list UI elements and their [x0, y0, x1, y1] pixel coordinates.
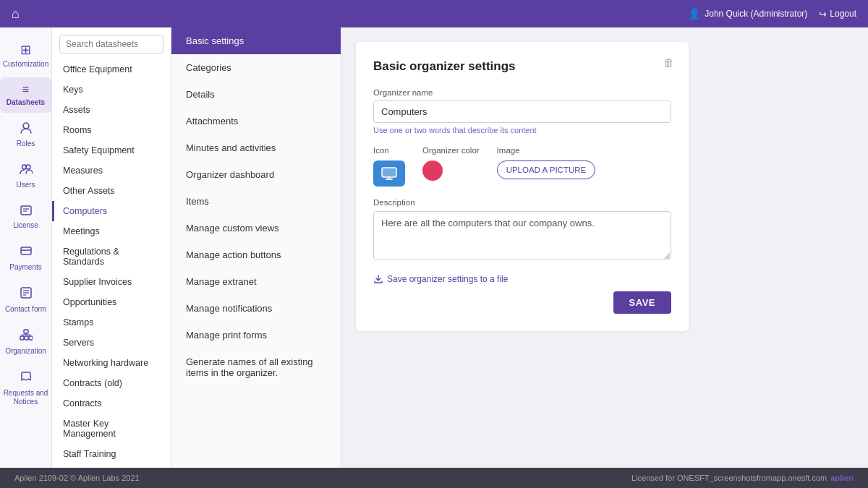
svg-rect-13 — [20, 336, 24, 340]
datasheet-item[interactable]: Other Assets — [52, 181, 171, 201]
settings-menu-item-notifications[interactable]: Manage notifications — [171, 295, 341, 322]
datasheet-item[interactable]: Contracts (old) — [52, 373, 171, 393]
delete-icon[interactable]: 🗑 — [663, 56, 674, 69]
settings-menu-item-details[interactable]: Details — [171, 81, 341, 108]
datasheet-item[interactable]: Networking hardware — [52, 353, 171, 373]
sidebar-item-label-organization: Organization — [5, 347, 46, 356]
description-group: Description — [373, 198, 671, 262]
sidebar-item-roles[interactable]: Roles — [0, 116, 51, 154]
datasheet-item[interactable]: Opportunities — [52, 292, 171, 312]
svg-rect-20 — [382, 168, 396, 177]
datasheet-item[interactable]: Measures — [52, 160, 171, 181]
footer-brand: Licensed for ONESFT_screenshotsfromapp.o… — [631, 474, 854, 482]
sidebar: ⊞ Customization ≡ Datasheets Roles Users… — [0, 27, 52, 468]
sidebar-item-users[interactable]: Users — [0, 157, 51, 195]
datasheet-item[interactable]: Supplier Invoices — [52, 272, 171, 292]
organizer-name-input[interactable] — [373, 100, 671, 123]
description-textarea[interactable] — [373, 211, 671, 260]
settings-menu-item-basic[interactable]: Basic settings — [171, 27, 341, 54]
save-to-file-link[interactable]: Save organizer settings to a file — [373, 274, 671, 284]
datasheets-panel: Office EquipmentKeysAssetsRoomsSafety Eq… — [52, 27, 171, 468]
icon-box[interactable] — [373, 160, 405, 187]
icon-label: Icon — [373, 146, 405, 155]
settings-menu-item-minutes[interactable]: Minutes and activities — [171, 134, 341, 161]
settings-menu-item-dashboard[interactable]: Organizer dashboard — [171, 161, 341, 188]
sidebar-item-organization[interactable]: Organization — [0, 322, 51, 361]
organizer-name-label: Organizer name — [373, 88, 671, 97]
topbar-right: 👤 John Quick (Administrator) ↪ Logout — [688, 8, 856, 20]
monitor-icon — [381, 167, 397, 180]
footer-license: Licensed for ONESFT_screenshotsfromapp.o… — [631, 474, 827, 482]
logout-button[interactable]: ↪ Logout — [819, 9, 856, 20]
description-label: Description — [373, 198, 671, 207]
save-to-file-label: Save organizer settings to a file — [387, 274, 508, 284]
datasheet-item[interactable]: Staff Training — [52, 444, 171, 464]
sidebar-item-requests[interactable]: Requests and Notices — [0, 364, 51, 412]
datasheet-item[interactable]: Stamps — [52, 312, 171, 333]
footer-copyright: Aplien 2109-02 © Aplien Labs 2021 — [14, 474, 140, 482]
settings-menu-item-attachments[interactable]: Attachments — [171, 108, 341, 134]
sidebar-item-payments[interactable]: Payments — [0, 239, 51, 278]
image-label: Image — [497, 146, 596, 155]
datasheets-search-container — [52, 27, 171, 59]
settings-menu-item-print-forms[interactable]: Manage print forms — [171, 322, 341, 348]
sidebar-item-label-payments: Payments — [9, 263, 41, 272]
footer-logo-text: aplien — [830, 474, 854, 482]
user-info: 👤 John Quick (Administrator) — [688, 8, 807, 20]
datasheet-item[interactable]: Servers — [52, 333, 171, 353]
user-icon: 👤 — [688, 8, 700, 20]
datasheet-item[interactable]: Rooms — [52, 120, 171, 140]
settings-panel: Basic settingsCategoriesDetailsAttachmen… — [171, 27, 341, 468]
organizer-name-group: Organizer name Use one or two words that… — [373, 88, 671, 134]
logout-label: Logout — [830, 9, 856, 19]
settings-menu-item-items[interactable]: Items — [171, 188, 341, 215]
datasheet-item[interactable]: Regulations & Standards — [52, 241, 171, 272]
contact-form-icon — [20, 286, 33, 303]
sidebar-item-label-requests: Requests and Notices — [3, 389, 48, 406]
svg-rect-3 — [21, 206, 31, 215]
datasheet-item[interactable]: Master Key Management — [52, 414, 171, 444]
payments-icon — [20, 244, 33, 261]
roles-icon — [20, 121, 33, 137]
settings-menu-item-extranet[interactable]: Manage extranet — [171, 268, 341, 295]
settings-menu-item-generate-names[interactable]: Generate names of all existing items in … — [171, 348, 341, 386]
footer: Aplien 2109-02 © Aplien Labs 2021 Licens… — [0, 468, 868, 488]
user-label: John Quick (Administrator) — [705, 9, 807, 19]
sidebar-item-datasheets[interactable]: ≡ Datasheets — [0, 77, 51, 113]
home-icon[interactable]: ⌂ — [12, 7, 20, 22]
sidebar-item-label-customization: Customization — [3, 60, 48, 69]
sidebar-item-label-datasheets: Datasheets — [7, 98, 45, 107]
datasheet-item[interactable]: Office Equipment — [52, 59, 171, 80]
color-picker[interactable] — [422, 160, 443, 181]
main-content: Basic organizer settings 🗑 Organizer nam… — [341, 27, 868, 468]
settings-menu-item-custom-views[interactable]: Manage custom views — [171, 215, 341, 241]
save-button-row: SAVE — [373, 291, 671, 314]
sidebar-item-license[interactable]: License — [0, 198, 51, 236]
datasheet-item[interactable]: Meetings — [52, 221, 171, 241]
svg-rect-6 — [21, 247, 31, 254]
sidebar-item-label-license: License — [13, 221, 38, 230]
color-section: Organizer color — [422, 146, 480, 187]
sidebar-item-contact-form[interactable]: Contact form — [0, 281, 51, 320]
datasheet-item[interactable]: Assets — [52, 100, 171, 120]
sidebar-item-label-roles: Roles — [17, 140, 35, 148]
save-file-icon — [373, 274, 383, 284]
datasheet-item[interactable]: Contracts — [52, 393, 171, 414]
users-icon — [20, 163, 33, 179]
upload-button[interactable]: UPLOAD A PICTURE — [497, 160, 596, 179]
datasheet-item[interactable]: Keys — [52, 80, 171, 100]
organizer-name-hint: Use one or two words that describe its c… — [373, 126, 671, 134]
settings-menu-item-action-buttons[interactable]: Manage action buttons — [171, 241, 341, 268]
topbar: ⌂ 👤 John Quick (Administrator) ↪ Logout — [0, 0, 868, 27]
save-button[interactable]: SAVE — [613, 291, 671, 314]
svg-point-0 — [23, 123, 29, 129]
svg-rect-12 — [24, 330, 28, 333]
basic-settings-card: Basic organizer settings 🗑 Organizer nam… — [356, 42, 689, 331]
card-title: Basic organizer settings — [373, 59, 671, 74]
sidebar-item-customization[interactable]: ⊞ Customization — [0, 36, 51, 74]
settings-menu-item-categories[interactable]: Categories — [171, 54, 341, 81]
main-layout: ⊞ Customization ≡ Datasheets Roles Users… — [0, 27, 868, 468]
datasheet-item[interactable]: Safety Equipment — [52, 140, 171, 160]
datasheet-item[interactable]: Computers — [52, 201, 171, 221]
search-input[interactable] — [59, 35, 163, 53]
